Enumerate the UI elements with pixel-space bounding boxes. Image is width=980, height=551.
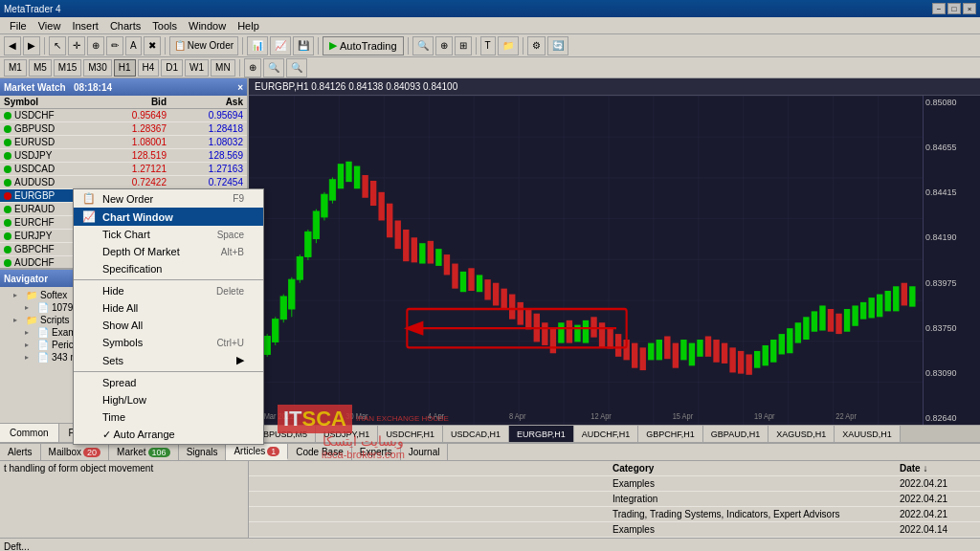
menu-charts[interactable]: Charts xyxy=(104,19,146,33)
market-watch-row-gbpusd[interactable]: GBPUSD 1.28367 1.28418 xyxy=(0,122,247,136)
chart-canvas[interactable]: 25 Mar 2022 30 Mar 4 Apr 8 Apr 12 Apr 15… xyxy=(249,96,923,425)
toolbar-zoomout2-btn[interactable]: 🔍 xyxy=(286,58,307,77)
tf-m1[interactable]: M1 xyxy=(4,59,27,77)
chart-tab-gbpchf-h1[interactable]: GBPCHF,H1 xyxy=(638,426,703,443)
menu-help[interactable]: Help xyxy=(232,19,265,33)
context-menu-item-time[interactable]: Time xyxy=(74,408,263,426)
price-level-1: 0.85080 xyxy=(925,98,978,107)
toolbar-zoom-in-btn[interactable]: ⊕ xyxy=(87,36,104,55)
autotrading-button[interactable]: ▶ AutoTrading xyxy=(323,36,404,55)
toolbar-update-btn[interactable]: 🔄 xyxy=(547,36,568,55)
tf-m30[interactable]: M30 xyxy=(83,59,111,77)
toolbar-hist-btn[interactable]: 📁 xyxy=(498,36,519,55)
chart-tab-eurgbp-h1[interactable]: EURGBP,H1 xyxy=(509,426,574,443)
svg-rect-69 xyxy=(722,343,727,364)
toolbar-indicator-btn[interactable]: 📈 xyxy=(270,36,291,55)
svg-rect-22 xyxy=(338,164,344,188)
context-menu-item-spread[interactable]: Spread xyxy=(74,374,263,391)
svg-rect-50 xyxy=(567,320,572,343)
article-row-2[interactable]: Trading, Trading Systems, Indicators, Ex… xyxy=(249,507,980,522)
menu-tools[interactable]: Tools xyxy=(146,19,183,33)
toolbar-pencil-btn[interactable]: ✏ xyxy=(106,36,123,55)
market-watch-row-audusd[interactable]: AUDUSD 0.72422 0.72454 xyxy=(0,176,247,189)
svg-rect-80 xyxy=(812,311,817,331)
svg-rect-32 xyxy=(419,243,425,263)
mw-symbol: USDCHF xyxy=(4,110,90,121)
menu-view[interactable]: View xyxy=(33,19,67,33)
toolbar-back-btn[interactable]: ◀ xyxy=(4,36,21,55)
tf-w1[interactable]: W1 xyxy=(185,59,209,77)
tf-h1[interactable]: H1 xyxy=(114,59,136,77)
left-tab-common[interactable]: Common xyxy=(0,424,59,442)
toolbar-cursor-btn[interactable]: ✛ xyxy=(68,36,85,55)
context-menu-item-auto-arrange[interactable]: ✓ Auto Arrange xyxy=(74,426,263,444)
toolbar-arrow-btn[interactable]: ↖ xyxy=(49,36,66,55)
minimize-button[interactable]: − xyxy=(932,3,946,14)
article-row-1[interactable]: Integration 2022.04.21 xyxy=(249,492,980,507)
chart-tab-xauusd-h1[interactable]: XAUUSD,H1 xyxy=(835,426,901,443)
toolbar-crosshair-btn[interactable]: ⊕ xyxy=(244,58,261,77)
market-watch-close[interactable]: × xyxy=(237,82,243,93)
bottom-tab-mailbox[interactable]: Mailbox 20 xyxy=(41,444,109,460)
context-menu: 📋 New Order F9 📈 Chart Window Tick Chart… xyxy=(73,188,264,445)
context-menu-item-hide-all[interactable]: Hide All xyxy=(74,299,263,317)
market-watch-row-eurusd[interactable]: EURUSD 1.08001 1.08032 xyxy=(0,136,247,149)
chart-header-text: EURGBP,H1 0.84126 0.84138 0.84093 0.8410… xyxy=(255,81,457,92)
context-menu-item-symbols[interactable]: Symbols Ctrl+U xyxy=(74,334,263,351)
menu-window[interactable]: Window xyxy=(183,19,232,33)
toolbar-chart-btn[interactable]: 📊 xyxy=(247,36,268,55)
article-row-0[interactable]: Examples 2022.04.21 xyxy=(249,476,980,492)
toolbar-delete-btn[interactable]: ✖ xyxy=(144,36,161,55)
chart-tab-usdjpy-h1[interactable]: USDJPY,H1 xyxy=(316,426,378,443)
context-menu-item-high-low[interactable]: High/Low xyxy=(74,391,263,408)
toolbar-fwd-btn[interactable]: ▶ xyxy=(23,36,40,55)
menu-insert[interactable]: Insert xyxy=(66,19,104,33)
tf-h4[interactable]: H4 xyxy=(138,59,160,77)
toolbar-template-btn[interactable]: 💾 xyxy=(293,36,314,55)
bottom-tab-alerts[interactable]: Alerts xyxy=(0,444,41,460)
toolbar-zoom-btn[interactable]: ⊕ xyxy=(435,36,453,55)
bottom-tab-articles[interactable]: Articles 1 xyxy=(226,444,288,460)
toolbar-settings-btn[interactable]: ⚙ xyxy=(527,36,546,55)
svg-rect-60 xyxy=(648,343,654,361)
tf-mn[interactable]: MN xyxy=(211,59,235,77)
close-button[interactable]: × xyxy=(963,3,976,14)
bottom-tab-experts[interactable]: Experts xyxy=(352,444,401,460)
context-menu-item-tick-chart[interactable]: Tick Chart Space xyxy=(74,226,263,243)
context-menu-item-specification[interactable]: Specification xyxy=(74,260,263,277)
chart-tab-gbpaud-h1[interactable]: GBPAUD,H1 xyxy=(703,426,768,443)
chart-tab-audchf-h1[interactable]: AUDCHF,H1 xyxy=(574,426,639,443)
toolbar-grid-btn[interactable]: ⊞ xyxy=(455,36,472,55)
maximize-button[interactable]: □ xyxy=(947,3,961,14)
bottom-tab-codebase[interactable]: Code Base xyxy=(288,444,351,460)
nav-expand-icon: ▸ xyxy=(13,316,23,324)
market-watch-row-usdjpy[interactable]: USDJPY 128.519 128.569 xyxy=(0,149,247,163)
toolbar-zoomin2-btn[interactable]: 🔍 xyxy=(263,58,284,77)
chart-tab-xagusd-h1[interactable]: XAGUSD,H1 xyxy=(768,426,835,443)
svg-rect-82 xyxy=(828,309,834,332)
context-menu-item-new-order[interactable]: 📋 New Order F9 xyxy=(74,189,263,208)
toolbar-mag-btn[interactable]: 🔍 xyxy=(412,36,434,55)
nav-item-icon: 📁 xyxy=(26,315,37,325)
tf-m15[interactable]: M15 xyxy=(54,59,81,77)
svg-rect-44 xyxy=(518,302,523,325)
toolbar-text-btn[interactable]: A xyxy=(125,36,142,55)
context-menu-item-depth-market[interactable]: Depth Of Market Alt+B xyxy=(74,243,263,260)
market-watch-row-usdcad[interactable]: USDCAD 1.27121 1.27163 xyxy=(0,163,247,176)
context-menu-item-chart-window[interactable]: 📈 Chart Window xyxy=(74,208,263,226)
tf-m5[interactable]: M5 xyxy=(29,59,52,77)
new-order-button[interactable]: 📋 New Order xyxy=(169,36,238,55)
bottom-tab-journal[interactable]: Journal xyxy=(401,444,449,460)
bottom-tab-signals[interactable]: Signals xyxy=(179,444,227,460)
chart-tab-usdcad-h1[interactable]: USDCAD,H1 xyxy=(443,426,509,443)
tf-d1[interactable]: D1 xyxy=(161,59,183,77)
article-row-3[interactable]: Examples 2022.04.14 xyxy=(249,522,980,538)
context-menu-item-hide[interactable]: Hide Delete xyxy=(74,282,263,299)
context-menu-item-sets[interactable]: Sets ▶ xyxy=(74,351,263,369)
bottom-tab-market[interactable]: Market 106 xyxy=(109,444,179,460)
context-menu-item-show-all[interactable]: Show All xyxy=(74,317,263,334)
menu-file[interactable]: File xyxy=(4,19,33,33)
chart-tab-usdchf-h1[interactable]: USDCHF,H1 xyxy=(378,426,443,443)
market-watch-row-usdchf[interactable]: USDCHF 0.95649 0.95694 xyxy=(0,109,247,122)
toolbar-tpl-btn[interactable]: T xyxy=(480,36,496,55)
